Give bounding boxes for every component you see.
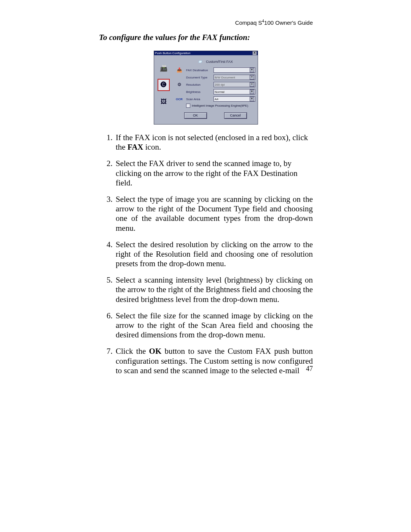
dialog-subheader: 📨 Custom/First FAX: [175, 57, 255, 67]
dest-icon: 📥: [175, 67, 183, 73]
fax-small-icon: 📨: [198, 60, 202, 64]
step-text: Select the file size for the scanned ima…: [116, 311, 313, 340]
cancel-button[interactable]: Cancel: [224, 112, 247, 119]
list-item: 4.Select the desired resolution by click…: [107, 240, 313, 269]
doc-header: Compaq S4100 Owner's Guide: [99, 19, 313, 26]
dialog-titlebar: Push Button Configuration X: [154, 51, 258, 55]
page-number: 47: [99, 365, 313, 373]
scan-area-label: Scan Area: [186, 97, 210, 101]
step-number: 3.: [107, 195, 116, 233]
dialog-title: Push Button Configuration: [155, 51, 190, 55]
step-text: If the FAX icon is not selected (enclose…: [116, 133, 313, 152]
photo-icon[interactable]: 🖼: [158, 96, 169, 107]
list-item: 1.If the FAX icon is not selected (enclo…: [107, 133, 313, 152]
dialog-subheader-label: Custom/First FAX: [206, 60, 233, 64]
chevron-down-icon[interactable]: ▾: [250, 82, 254, 87]
push-button-config-dialog: Push Button Configuration X 📠 🅒 🖼 📨 Cust…: [154, 51, 258, 125]
close-icon[interactable]: X: [252, 51, 257, 55]
ok-button[interactable]: OK: [184, 112, 207, 119]
ocr-icon: OCR: [175, 97, 183, 101]
brightness-label: Brightness: [186, 90, 210, 94]
step-number: 5.: [107, 275, 116, 304]
iipe-label: Intelligent Image Processing Engine(IIPE…: [192, 104, 248, 107]
step-text: Select a scanning intensity level (brigh…: [116, 275, 313, 304]
step-number: 6.: [107, 311, 116, 340]
list-item: 2.Select the FAX driver to send the scan…: [107, 159, 313, 188]
chevron-down-icon[interactable]: ▾: [250, 75, 254, 80]
step-text: Select the FAX driver to send the scanne…: [116, 159, 313, 188]
list-item: 3.Select the type of image you are scann…: [107, 195, 313, 233]
list-item: 6.Select the file size for the scanned i…: [107, 311, 313, 340]
step-number: 2.: [107, 159, 116, 188]
step-number: 4.: [107, 240, 116, 269]
fax-destination-label: FAX Destination: [186, 69, 210, 72]
header-brand: Compaq S: [235, 19, 262, 26]
resolution-label: Resolution: [186, 83, 210, 86]
copy-icon[interactable]: 🅒: [158, 79, 170, 91]
scan-area-dropdown[interactable]: A4▾: [213, 96, 255, 102]
chevron-down-icon[interactable]: ▾: [250, 68, 254, 72]
document-type-dropdown[interactable]: B/W Document▾: [213, 75, 255, 80]
step-number: 1.: [107, 133, 116, 152]
brightness-dropdown[interactable]: Normal▾: [213, 89, 255, 94]
document-type-label: Document Type: [186, 76, 210, 79]
header-rest: 100 Owner's Guide: [264, 19, 313, 26]
dialog-side-tabs: 📠 🅒 🖼: [154, 55, 173, 124]
step-text: Select the desired resolution by clickin…: [116, 240, 313, 269]
scanner-icon[interactable]: 📠: [158, 63, 169, 73]
settings-icon: ⚙: [175, 82, 183, 87]
instruction-list: 1.If the FAX icon is not selected (enclo…: [107, 133, 313, 375]
chevron-down-icon[interactable]: ▾: [250, 89, 254, 94]
chevron-down-icon[interactable]: ▾: [250, 97, 254, 101]
resolution-dropdown[interactable]: 200 dpi▾: [213, 82, 255, 87]
step-text: Select the type of image you are scannin…: [116, 195, 313, 233]
iipe-checkbox[interactable]: [186, 104, 190, 108]
section-title: To configure the values for the FAX func…: [99, 33, 313, 42]
list-item: 5.Select a scanning intensity level (bri…: [107, 275, 313, 304]
fax-destination-dropdown[interactable]: ▾: [213, 67, 255, 73]
